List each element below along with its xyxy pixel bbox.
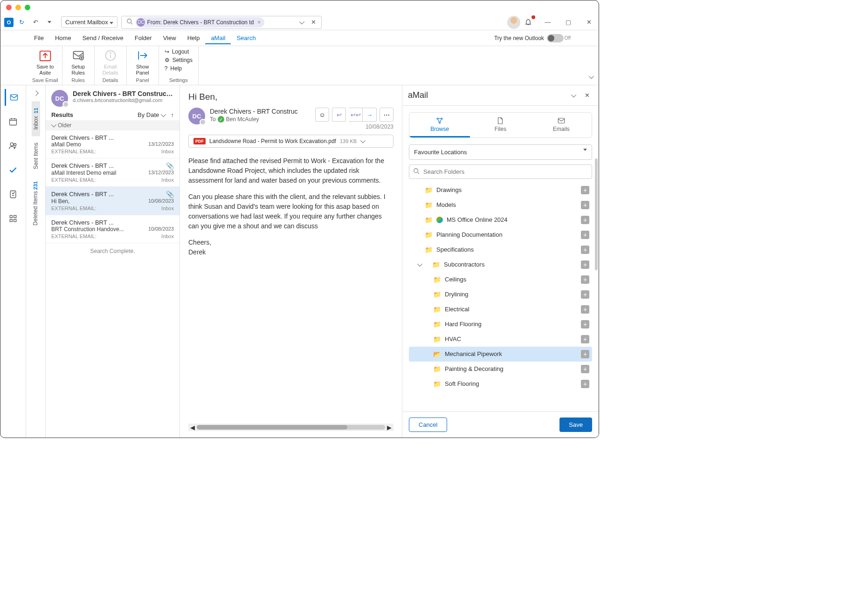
folder-hardflooring[interactable]: 📁Hard Flooring+ xyxy=(409,317,592,332)
message-item-selected[interactable]: Derek Chivers - BRT ...📎 Hi Ben,10/08/20… xyxy=(46,187,179,215)
search-close-button[interactable]: ✕ xyxy=(307,16,319,28)
notes-nav-button[interactable] xyxy=(5,186,21,203)
mailbox-select[interactable]: Current Mailbox xyxy=(61,16,117,28)
apps-nav-button[interactable] xyxy=(5,210,21,227)
vertical-scrollbar[interactable] xyxy=(595,158,598,270)
add-button[interactable]: + xyxy=(581,380,589,388)
add-button[interactable]: + xyxy=(581,305,589,314)
add-button[interactable]: + xyxy=(581,216,589,224)
folder-ceilings[interactable]: 📁Ceilings+ xyxy=(409,272,592,287)
setup-rules-button[interactable]: Setup Rules xyxy=(66,48,90,76)
attachment-dropdown-icon[interactable] xyxy=(360,138,366,143)
folder-mechanical-pipework[interactable]: 📂Mechanical Pipework+ xyxy=(409,347,592,362)
save-button[interactable]: Save xyxy=(559,418,592,432)
cancel-button[interactable]: Cancel xyxy=(409,418,447,432)
search-folders-input[interactable] xyxy=(409,164,592,179)
message-item[interactable]: Derek Chivers - BRT ... aMail Demo13/12/… xyxy=(46,130,179,158)
add-button[interactable]: + xyxy=(581,231,589,239)
tab-help[interactable]: Help xyxy=(182,32,206,44)
amail-close-button[interactable]: ✕ xyxy=(581,89,593,101)
chevron-down-icon[interactable] xyxy=(417,261,422,266)
amail-tab-files[interactable]: Files xyxy=(470,113,531,137)
notifications-button[interactable] xyxy=(522,16,534,28)
add-button[interactable]: + xyxy=(581,290,589,299)
maximize-mac-icon[interactable] xyxy=(25,5,30,10)
reply-button[interactable]: ↩ xyxy=(332,108,346,122)
sort-direction-button[interactable]: ↑ xyxy=(171,111,174,118)
logout-button[interactable]: ↪ Logout xyxy=(163,48,194,55)
search-box[interactable]: DC From: Derek Chivers - BRT Constructio… xyxy=(121,16,322,29)
folder-msoffice[interactable]: 📁MS Office Online 2024+ xyxy=(409,212,592,227)
add-button[interactable]: + xyxy=(581,201,589,209)
folder-drawings[interactable]: 📁Drawings+ xyxy=(409,183,592,198)
sort-by-date[interactable]: By Date xyxy=(138,111,166,118)
search-folders-field[interactable] xyxy=(423,168,588,175)
refresh-button[interactable]: ↻ xyxy=(15,16,28,28)
minimize-button[interactable]: — xyxy=(542,16,554,28)
settings-button[interactable]: ⚙ Settings xyxy=(163,56,194,64)
scroll-left-icon[interactable]: ◀ xyxy=(190,424,195,431)
add-button[interactable]: + xyxy=(581,275,589,284)
amail-tab-emails[interactable]: Emails xyxy=(531,113,592,137)
maximize-button[interactable]: ▢ xyxy=(562,16,574,28)
message-item[interactable]: Derek Chivers - BRT ...📎 aMail Interest … xyxy=(46,158,179,187)
search-dropdown-button[interactable] xyxy=(295,16,307,28)
tab-search[interactable]: Search xyxy=(231,32,261,44)
add-button[interactable]: + xyxy=(581,320,589,329)
favourite-locations-select[interactable]: Favourite Locations xyxy=(409,144,592,160)
scroll-right-icon[interactable]: ▶ xyxy=(387,424,392,431)
older-group[interactable]: Older xyxy=(46,120,179,130)
reaction-button[interactable]: ☺ xyxy=(315,108,329,122)
folder-deleted[interactable]: Deleted Items 231 xyxy=(30,176,41,232)
undo-button[interactable]: ↶ xyxy=(29,16,41,28)
people-nav-button[interactable] xyxy=(5,137,21,154)
horizontal-scrollbar[interactable]: ◀ ▶ xyxy=(188,424,393,431)
expand-folders-button[interactable] xyxy=(30,87,42,99)
tab-home[interactable]: Home xyxy=(49,32,77,44)
folder-inbox[interactable]: Inbox 11 xyxy=(32,101,40,136)
tab-sendreceive[interactable]: Send / Receive xyxy=(77,32,129,44)
add-button[interactable]: + xyxy=(581,335,589,343)
chip-close-icon[interactable]: × xyxy=(257,19,261,26)
close-button[interactable]: ✕ xyxy=(583,16,595,28)
folder-models[interactable]: 📁Models+ xyxy=(409,198,592,212)
forward-button[interactable]: → xyxy=(363,108,377,122)
folder-sent[interactable]: Sent Items xyxy=(32,136,40,176)
folder-electrical[interactable]: 📁Electrical+ xyxy=(409,302,592,317)
amail-tab-browse[interactable]: Browse xyxy=(409,113,470,137)
help-button[interactable]: ? Help xyxy=(163,65,194,72)
add-button[interactable]: + xyxy=(581,186,589,194)
folder-painting[interactable]: 📁Painting & Decorating+ xyxy=(409,362,592,376)
add-button[interactable]: + xyxy=(581,365,589,373)
folder-drylining[interactable]: 📁Drylining+ xyxy=(409,287,592,302)
search-filter-chip[interactable]: DC From: Derek Chivers - BRT Constructio… xyxy=(136,17,264,27)
minimize-mac-icon[interactable] xyxy=(15,5,21,10)
collapse-ribbon-button[interactable] xyxy=(585,71,597,83)
mail-nav-button[interactable] xyxy=(5,89,21,106)
tab-view[interactable]: View xyxy=(158,32,182,44)
show-panel-button[interactable]: Show Panel xyxy=(131,48,155,76)
folder-specifications[interactable]: 📁Specifications+ xyxy=(409,242,592,257)
tab-file[interactable]: File xyxy=(28,32,49,44)
folder-planning[interactable]: 📁Planning Documentation+ xyxy=(409,227,592,242)
tab-folder[interactable]: Folder xyxy=(129,32,158,44)
amail-collapse-button[interactable] xyxy=(567,89,579,102)
add-button[interactable]: + xyxy=(581,246,589,254)
more-actions-button[interactable]: ⋯ xyxy=(380,108,393,122)
user-avatar[interactable] xyxy=(507,16,520,29)
reply-all-button[interactable]: ↩↩ xyxy=(349,108,363,122)
close-mac-icon[interactable] xyxy=(6,5,12,10)
customize-qat-button[interactable] xyxy=(43,16,55,28)
add-button[interactable]: + xyxy=(581,260,589,269)
save-to-asite-button[interactable]: Save to Asite xyxy=(33,48,57,76)
message-item[interactable]: Derek Chivers - BRT ... BRT Construction… xyxy=(46,215,179,243)
folder-softflooring[interactable]: 📁Soft Flooring+ xyxy=(409,376,592,391)
add-button[interactable]: + xyxy=(581,350,589,358)
calendar-nav-button[interactable] xyxy=(5,113,21,130)
folder-hvac[interactable]: 📁HVAC+ xyxy=(409,332,592,347)
try-new-outlook-toggle[interactable] xyxy=(547,34,564,42)
attachment-chip[interactable]: PDF Landsdowne Road - Permit to Work Exc… xyxy=(188,135,393,148)
tasks-nav-button[interactable] xyxy=(5,162,21,178)
folder-subcontractors[interactable]: 📁Subcontractors+ xyxy=(409,257,592,272)
tab-amail[interactable]: aMail xyxy=(205,32,231,44)
